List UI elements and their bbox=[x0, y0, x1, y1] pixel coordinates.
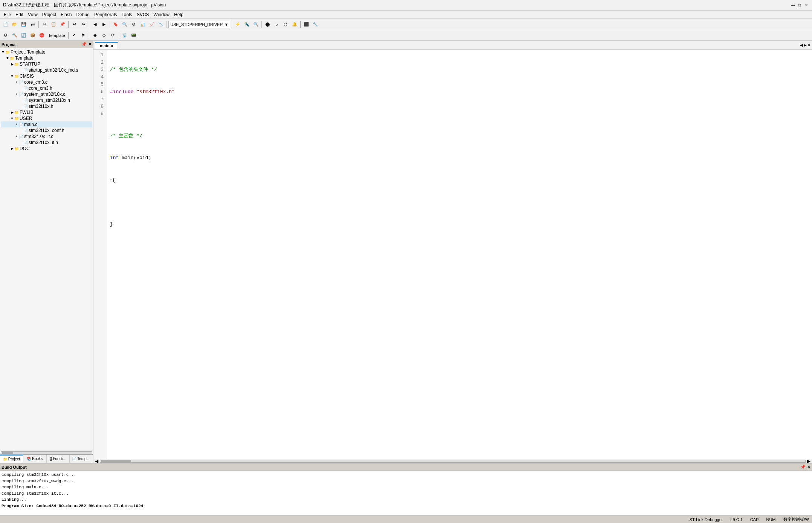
tb2-btn1[interactable]: ✔ bbox=[70, 31, 78, 40]
tb2-btn3[interactable]: ◆ bbox=[91, 31, 99, 40]
new-file-button[interactable]: 📄 bbox=[2, 20, 10, 29]
menu-item-debug[interactable]: Debug bbox=[74, 11, 92, 18]
periph-driver-dropdown[interactable]: USE_STDPERIPH_DRIVER ▼ bbox=[168, 21, 230, 28]
build-pin-icon[interactable]: 📌 bbox=[800, 465, 806, 469]
tree-startup-group[interactable]: ▶ 📁 STARTUP bbox=[1, 61, 92, 67]
debug4-button[interactable]: 🔔 bbox=[291, 20, 299, 29]
tab-project[interactable]: 📁 Project bbox=[0, 455, 23, 463]
batch-button[interactable]: 📦 bbox=[29, 31, 37, 40]
tree-system-stm32-c[interactable]: + 📄 system_stm32f10x.c bbox=[1, 91, 92, 97]
menu-item-tools[interactable]: Tools bbox=[119, 11, 135, 18]
debug2-button[interactable]: ○ bbox=[272, 20, 281, 29]
bookmark-button[interactable]: 🔖 bbox=[112, 20, 120, 29]
copy-button[interactable]: 📋 bbox=[49, 20, 58, 29]
stm32-it-c-expand[interactable]: + bbox=[14, 135, 19, 138]
menu-item-edit[interactable]: Edit bbox=[13, 11, 26, 18]
tree-core-cm3-h[interactable]: 📄 core_cm3.h bbox=[1, 85, 92, 91]
tab-functions[interactable]: {} Functi... bbox=[47, 455, 70, 463]
cmsis-expand-icon[interactable]: ▼ bbox=[10, 74, 14, 78]
paste-button[interactable]: 📌 bbox=[58, 20, 67, 29]
hscroll-right-icon[interactable]: ▶ bbox=[807, 459, 810, 463]
hscroll-left-icon[interactable]: ◀ bbox=[95, 459, 98, 463]
project-close-icon[interactable]: ✕ bbox=[88, 42, 92, 47]
main-c-expand[interactable]: + bbox=[14, 123, 19, 126]
tab-scroll-right-icon[interactable]: ▶ bbox=[804, 43, 807, 47]
menu-item-peripherals[interactable]: Peripherals bbox=[92, 11, 119, 18]
doc-expand-icon[interactable]: ▶ bbox=[10, 147, 14, 150]
project-hscroll-track[interactable] bbox=[1, 451, 92, 454]
menu-item-file[interactable]: File bbox=[2, 11, 13, 18]
template-expand-icon[interactable]: ▼ bbox=[5, 56, 10, 60]
compile-button[interactable]: ⚙ bbox=[2, 31, 10, 40]
project-tree[interactable]: ▼ 📁 Project: Template ▼ 📁 Template ▶ 📁 S… bbox=[0, 48, 93, 451]
tool6[interactable]: 📉 bbox=[157, 20, 165, 29]
system-stm32-c-expand[interactable]: + bbox=[14, 92, 19, 96]
core-cm3-c-expand[interactable]: + bbox=[14, 80, 19, 84]
stop-build-button[interactable]: ⛔ bbox=[38, 31, 46, 40]
tool8[interactable]: 🔦 bbox=[243, 20, 251, 29]
tree-cmsis-group[interactable]: ▼ 📁 CMSIS bbox=[1, 73, 92, 79]
search-button[interactable]: 🔍 bbox=[252, 20, 260, 29]
tree-main-c[interactable]: + 📄 main.c bbox=[1, 121, 92, 127]
tree-startup-file[interactable]: 📄 startup_stm32f10x_md.s bbox=[1, 67, 92, 73]
tab-close-icon[interactable]: ✕ bbox=[807, 43, 810, 47]
tab-templates[interactable]: 📄 Templ... bbox=[70, 455, 93, 463]
view-button[interactable]: ⬛ bbox=[302, 20, 310, 29]
find-button[interactable]: 🔍 bbox=[121, 20, 129, 29]
undo-button[interactable]: ↩ bbox=[70, 20, 78, 29]
tree-stm32-h[interactable]: 📄 stm32f10x.h bbox=[1, 103, 92, 109]
menu-item-project[interactable]: Project bbox=[40, 11, 58, 18]
fwlib-expand-icon[interactable]: ▶ bbox=[10, 110, 14, 114]
debug-button[interactable]: ⬤ bbox=[263, 20, 272, 29]
close-button[interactable]: ✕ bbox=[804, 3, 809, 8]
menu-item-help[interactable]: Help bbox=[172, 11, 186, 18]
open-button[interactable]: 📂 bbox=[11, 20, 19, 29]
tb2-btn4[interactable]: ◇ bbox=[100, 31, 108, 40]
save-button[interactable]: 💾 bbox=[20, 20, 28, 29]
menu-item-window[interactable]: Window bbox=[151, 11, 172, 18]
tree-user-group[interactable]: ▼ 📁 USER bbox=[1, 115, 92, 121]
cut-button[interactable]: ✂ bbox=[40, 20, 49, 29]
project-hscroll-thumb[interactable] bbox=[2, 452, 13, 454]
tree-stm32-it-h[interactable]: 📄 stm32f10x_it.h bbox=[1, 140, 92, 146]
editor-tab-main-c[interactable]: main.c bbox=[95, 42, 118, 49]
nav-back-button[interactable]: ◀ bbox=[91, 20, 99, 29]
root-expand-icon[interactable]: ▼ bbox=[1, 50, 5, 54]
debug3-button[interactable]: ◎ bbox=[281, 20, 290, 29]
hscroll-track[interactable] bbox=[100, 460, 806, 463]
hscroll-thumb[interactable] bbox=[101, 460, 131, 462]
tb2-btn5[interactable]: ⟳ bbox=[109, 31, 117, 40]
save-all-button[interactable]: 🗃 bbox=[29, 20, 37, 29]
project-pin-icon[interactable]: 📌 bbox=[81, 42, 87, 47]
user-expand-icon[interactable]: ▼ bbox=[10, 117, 14, 120]
rebuild-button[interactable]: 🔄 bbox=[20, 31, 28, 40]
tree-system-stm32-h[interactable]: 📄 system_stm32f10x.h bbox=[1, 97, 92, 103]
minimize-button[interactable]: — bbox=[790, 3, 795, 8]
tree-stm32-conf-h[interactable]: 📄 stm32f10x_conf.h bbox=[1, 127, 92, 133]
tool5[interactable]: 📈 bbox=[148, 20, 156, 29]
tool4[interactable]: 📊 bbox=[139, 20, 147, 29]
menu-item-svcs[interactable]: SVCS bbox=[135, 11, 151, 18]
tree-doc-group[interactable]: ▶ 📁 DOC bbox=[1, 146, 92, 152]
tree-stm32-it-c[interactable]: + 📄 stm32f10x_it.c bbox=[1, 133, 92, 140]
build-close-icon[interactable]: ✕ bbox=[807, 465, 810, 469]
tab-books[interactable]: 📚 Books bbox=[23, 455, 47, 463]
tool3[interactable]: ⚙ bbox=[130, 20, 138, 29]
tool7[interactable]: ⚡ bbox=[234, 20, 242, 29]
tb2-btn2[interactable]: ⚑ bbox=[79, 31, 87, 40]
tree-fwlib-group[interactable]: ▶ 📁 FWLIB bbox=[1, 109, 92, 115]
tree-template-group[interactable]: ▼ 📁 Template bbox=[1, 55, 92, 61]
project-hscrollbar[interactable] bbox=[0, 451, 93, 454]
tree-root[interactable]: ▼ 📁 Project: Template bbox=[1, 49, 92, 55]
startup-expand-icon[interactable]: ▶ bbox=[10, 62, 14, 66]
maximize-button[interactable]: □ bbox=[797, 3, 802, 8]
tab-scroll-left-icon[interactable]: ◀ bbox=[800, 43, 803, 47]
code-container[interactable]: 1 2 3 4 5 6 7 8 9 /* 包含的头文件 */ #include … bbox=[93, 50, 812, 459]
tb2-btn7[interactable]: 📟 bbox=[130, 31, 138, 40]
settings-button[interactable]: 🔧 bbox=[311, 20, 320, 29]
code-editor[interactable]: /* 包含的头文件 */ #include "stm32f10x.h" /* 主… bbox=[107, 50, 812, 459]
menu-item-flash[interactable]: Flash bbox=[58, 11, 74, 18]
menu-item-view[interactable]: View bbox=[26, 11, 40, 18]
redo-button[interactable]: ↪ bbox=[79, 20, 87, 29]
editor-hscrollbar[interactable]: ◀ ▶ bbox=[93, 459, 812, 463]
